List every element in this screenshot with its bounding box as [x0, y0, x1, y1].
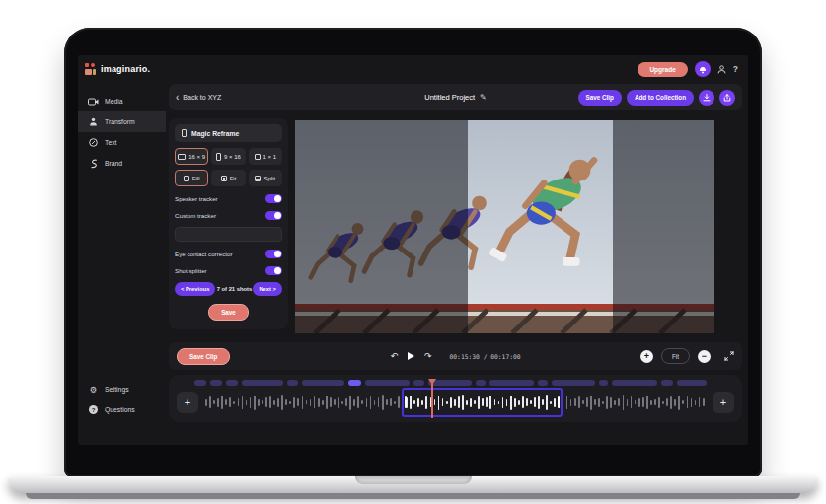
timeline-segment[interactable] [242, 380, 283, 386]
waveform-bar [293, 397, 295, 408]
timeline-segment[interactable] [287, 380, 298, 386]
custom-tracker-toggle[interactable] [265, 211, 282, 220]
laptop-mockup: imaginario. Upgrade ? [0, 0, 826, 504]
waveform-bar [382, 395, 384, 410]
waveform-bar [635, 400, 637, 404]
timeline-segment[interactable] [302, 380, 344, 386]
fullscreen-button[interactable] [724, 351, 734, 361]
aspect-16x9-button[interactable]: 16 × 9 [175, 148, 208, 165]
zoom-in-button[interactable]: + [640, 350, 653, 363]
waveform-bar [322, 400, 324, 405]
timeline-segment[interactable] [612, 380, 657, 386]
timeline-segment[interactable] [489, 380, 534, 386]
split-mode-button[interactable]: Split [249, 170, 282, 186]
sidebar-item-media[interactable]: Media [78, 91, 166, 111]
waveform-bar [221, 396, 223, 409]
add-to-collection-button[interactable]: Add to Collection [627, 90, 694, 106]
timeline-segment[interactable] [538, 380, 548, 386]
share-button[interactable] [719, 90, 735, 106]
sidebar-item-transform[interactable]: Transform [78, 111, 166, 132]
fit-zoom-button[interactable]: Fit [661, 348, 690, 364]
waveform-bar [627, 399, 629, 406]
speaker-tracker-toggle[interactable] [265, 194, 282, 203]
shot-splitter-toggle[interactable] [265, 266, 282, 275]
waveform-bar [703, 398, 705, 406]
playhead[interactable] [427, 379, 437, 420]
timeline-segment[interactable] [226, 380, 238, 386]
waveform-bar [357, 396, 359, 408]
custom-tracker-input[interactable] [175, 227, 282, 242]
eye-contact-row: Eye contact corrector [175, 247, 282, 260]
waveform-bar [602, 401, 604, 404]
timeline-segment[interactable] [677, 380, 707, 386]
clip-selection[interactable] [402, 388, 563, 417]
timeline-add-left-button[interactable]: + [177, 392, 198, 413]
timeline-segment[interactable] [599, 380, 608, 386]
sidebar-item-brand[interactable]: Brand [78, 153, 166, 174]
fit-label: Fit [230, 176, 237, 181]
aspect-9x16-button[interactable]: 9 × 16 [211, 148, 245, 165]
sidebar-item-label: Text [105, 139, 116, 146]
custom-tracker-row: Custom tracker [175, 208, 282, 222]
timeline-segments [194, 380, 728, 386]
save-clip-button[interactable]: Save Clip [578, 90, 622, 106]
waveform-bar [398, 396, 400, 408]
custom-tracker-label: Custom tracker [175, 212, 216, 219]
person-icon [717, 65, 726, 74]
back-button[interactable]: ‹ Back to XYZ [176, 94, 221, 101]
laptop-notch [355, 476, 472, 484]
play-button[interactable] [408, 352, 414, 360]
timeline-segment[interactable] [413, 380, 424, 386]
account-button[interactable] [717, 65, 726, 74]
phone-icon [182, 129, 187, 137]
timeline-segment[interactable] [210, 380, 222, 386]
question-icon: ? [733, 64, 738, 74]
eye-contact-toggle[interactable] [265, 250, 282, 258]
magic-reframe-header[interactable]: Magic Reframe [175, 124, 282, 142]
waveform-bar [631, 396, 633, 408]
timeline-segment[interactable] [194, 380, 206, 386]
timeline-segment[interactable] [661, 380, 673, 386]
waveform-bar [386, 399, 388, 405]
download-button[interactable] [699, 90, 714, 106]
aspect-1x1-button[interactable]: 1 × 1 [249, 148, 282, 165]
waveform-bar [374, 400, 376, 405]
reframe-save-button[interactable]: Save [208, 304, 249, 321]
waveform-wrap[interactable] [205, 388, 706, 417]
timeline-segment[interactable] [476, 380, 486, 386]
waveform-bar [614, 400, 616, 405]
waveform-bar [606, 396, 608, 409]
redo-icon[interactable]: ↷ [424, 351, 432, 361]
sidebar-item-settings[interactable]: ⚙ Settings [78, 379, 166, 399]
previous-shot-button[interactable]: < Previous [175, 282, 215, 296]
timeline-segment[interactable] [365, 380, 410, 386]
waveform-bar [318, 398, 320, 407]
zoom-controls: + Fit − [640, 348, 734, 364]
fill-mode-button[interactable]: Fill [175, 170, 208, 186]
zoom-out-button[interactable]: − [698, 350, 711, 363]
shot-splitter-label: Shot splitter [175, 267, 207, 274]
timeline-add-right-button[interactable]: + [713, 392, 734, 413]
edit-title-icon[interactable]: ✎ [480, 93, 487, 102]
waveform-bar [289, 401, 291, 404]
timeline-segment[interactable] [552, 380, 595, 386]
upgrade-button[interactable]: Upgrade [638, 62, 687, 77]
waveform-bar [273, 400, 275, 405]
sidebar-item-label: Brand [105, 160, 122, 167]
next-shot-button[interactable]: Next > [253, 282, 282, 296]
brand-logo-text: imaginario. [101, 64, 150, 74]
notifications-button[interactable] [695, 61, 711, 77]
waveform-bar [370, 396, 372, 409]
sidebar-item-text[interactable]: Text [78, 132, 166, 153]
bell-icon [699, 65, 707, 74]
sidebar-item-questions[interactable]: ? Questions [78, 399, 166, 420]
waveform-bar [582, 400, 584, 404]
timeline-segment[interactable] [348, 380, 361, 386]
undo-icon[interactable]: ↶ [390, 351, 398, 361]
waveform-bar [265, 397, 267, 407]
video-preview[interactable] [295, 120, 714, 333]
sprinters-video-frame [295, 120, 714, 333]
fit-mode-button[interactable]: Fit [211, 170, 245, 186]
player-save-clip-button[interactable]: Save Clip [177, 348, 230, 365]
help-button[interactable]: ? [733, 64, 738, 74]
